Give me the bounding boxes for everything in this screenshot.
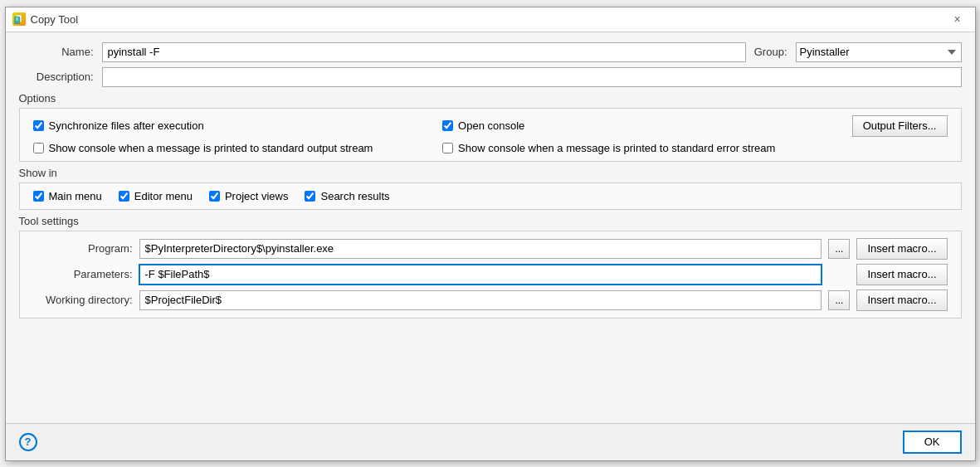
group-label: Group: (754, 46, 787, 58)
working-dir-insert-macro-button[interactable]: Insert macro... (856, 289, 947, 311)
group-select[interactable]: Pyinstaller (796, 42, 962, 62)
program-ellipsis-button[interactable]: ... (828, 239, 850, 259)
open-console-checkbox[interactable] (442, 120, 453, 131)
project-views-checkbox[interactable] (209, 191, 220, 202)
show-console-stderr-checkbox[interactable] (442, 143, 453, 153)
output-filters-button[interactable]: Output Filters... (852, 115, 948, 137)
working-dir-label: Working directory: (33, 294, 133, 306)
description-row: Description: (19, 67, 962, 87)
titlebar: Copy Tool × (6, 7, 975, 32)
ok-button[interactable]: OK (903, 431, 962, 454)
footer: ? OK (6, 423, 975, 460)
search-results-row: Search results (305, 190, 389, 202)
main-menu-label: Main menu (49, 190, 102, 202)
sync-files-label: Synchronize files after execution (49, 119, 204, 132)
svg-rect-1 (14, 17, 20, 24)
main-window: Copy Tool × Name: Group: Pyinstaller Des… (5, 7, 976, 461)
show-in-section-container: Show in Main menu Editor menu Project vi… (19, 167, 962, 210)
project-views-label: Project views (225, 190, 289, 202)
show-in-row: Main menu Editor menu Project views Sear… (33, 190, 948, 202)
program-input[interactable] (139, 239, 822, 259)
search-results-label: Search results (320, 190, 389, 202)
working-dir-input[interactable] (139, 290, 822, 310)
show-console-stderr-row: Show console when a message is printed t… (442, 142, 947, 154)
options-section-label: Options (19, 92, 962, 105)
tool-settings-container: Tool settings Program: ... Insert macro.… (19, 215, 962, 319)
options-section-container: Options Synchronize files after executio… (19, 92, 962, 162)
tool-settings-label: Tool settings (19, 215, 962, 227)
main-menu-row: Main menu (33, 190, 102, 202)
sync-files-checkbox[interactable] (33, 120, 44, 131)
show-console-stderr-label: Show console when a message is printed t… (458, 142, 775, 154)
project-views-row: Project views (209, 190, 289, 202)
description-label: Description: (19, 71, 94, 83)
editor-menu-checkbox[interactable] (119, 191, 129, 202)
program-insert-macro-button[interactable]: Insert macro... (856, 238, 947, 260)
options-section: Synchronize files after execution Open c… (19, 108, 962, 162)
open-console-label: Open console (458, 119, 524, 132)
show-in-section: Main menu Editor menu Project views Sear… (19, 182, 962, 210)
help-button[interactable]: ? (19, 433, 37, 451)
main-menu-checkbox[interactable] (33, 191, 44, 202)
footer-right: OK (903, 431, 962, 454)
working-dir-ellipsis-button[interactable]: ... (828, 290, 850, 310)
close-button[interactable]: × (947, 11, 968, 27)
app-icon (12, 12, 26, 26)
content-area: Name: Group: Pyinstaller Description: Op… (6, 32, 975, 423)
search-results-checkbox[interactable] (305, 191, 315, 202)
show-console-stdout-row: Show console when a message is printed t… (33, 142, 427, 154)
editor-menu-row: Editor menu (119, 190, 193, 202)
name-label: Name: (19, 46, 94, 58)
editor-menu-label: Editor menu (134, 190, 193, 202)
working-dir-row: Working directory: ... Insert macro... (33, 289, 948, 311)
parameters-input[interactable] (139, 265, 822, 285)
parameters-label: Parameters: (33, 268, 133, 280)
description-input[interactable] (102, 67, 962, 87)
window-title: Copy Tool (31, 13, 79, 26)
sync-files-row: Synchronize files after execution (33, 119, 427, 132)
show-in-section-label: Show in (19, 167, 962, 179)
show-console-stdout-label: Show console when a message is printed t… (49, 142, 373, 154)
options-grid: Synchronize files after execution Open c… (33, 115, 948, 154)
name-group-row: Name: Group: Pyinstaller (19, 42, 962, 62)
program-label: Program: (33, 242, 133, 255)
titlebar-left: Copy Tool (12, 12, 79, 26)
program-row: Program: ... Insert macro... (33, 238, 948, 260)
name-input[interactable] (102, 42, 746, 62)
open-console-row: Open console (442, 119, 836, 132)
tool-settings-section: Program: ... Insert macro... Parameters:… (19, 231, 962, 319)
parameters-row: Parameters: Insert macro... (33, 264, 948, 285)
show-console-stdout-checkbox[interactable] (33, 143, 44, 153)
parameters-insert-macro-button[interactable]: Insert macro... (856, 264, 947, 285)
